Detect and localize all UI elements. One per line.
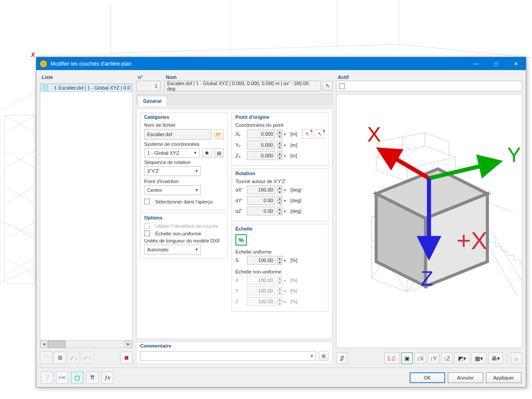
az-step-button[interactable]: ▸ (284, 209, 289, 213)
active-checkbox[interactable] (339, 83, 345, 89)
edit-name-button[interactable]: ✎ (323, 81, 332, 91)
dxf-units-combo[interactable]: Automatic▼ (144, 245, 201, 254)
select-in-preview-checkbox[interactable] (144, 199, 150, 204)
s-spinner[interactable]: ▲▼ (277, 256, 282, 265)
apply-button[interactable]: Appliquer (486, 372, 521, 383)
new-cs-button[interactable]: ✱ (202, 148, 211, 158)
number-field[interactable]: 1 (136, 81, 160, 91)
cancel-button[interactable]: Annuler (448, 372, 483, 383)
grid-icon: ▤ (217, 150, 221, 156)
bg-axis-x-label: X (31, 51, 35, 58)
s-input[interactable]: 100.00 (247, 256, 275, 265)
sx-step: ▸ (284, 278, 289, 282)
color-mode-button[interactable]: ▣ (401, 352, 413, 364)
list-label: Liste (40, 74, 133, 81)
cs-combo[interactable]: 1 - Global XYZ▼ (144, 148, 200, 158)
axis-z-icon: ↕Z (444, 355, 450, 362)
ay-step-button[interactable]: ▸ (284, 198, 289, 203)
layer-color-swatch (43, 85, 48, 90)
new-layer-button[interactable]: 📄 (40, 352, 52, 364)
name-field[interactable]: Escalier.dxf | 1 - Global XYZ | 0.000, 0… (164, 81, 321, 91)
close-button[interactable]: ✕ (506, 58, 526, 70)
group-rotation: Rotation Tourné autour de X'Y'Z' αX' 180… (231, 168, 329, 221)
list-hscroll[interactable]: ◄ ► (40, 340, 132, 348)
list-item[interactable]: 1 Escalier.dxf | 1 - Global XYZ | 0.0 (40, 84, 132, 92)
group-origin: Point d'origine Coordonnées du point X₀ … (231, 112, 329, 166)
chevron-down-icon: ▼ (310, 354, 314, 358)
units-button[interactable]: 0,00 (56, 372, 68, 384)
ok-button[interactable]: OK (410, 372, 445, 383)
z0-spinner[interactable]: ▲▼ (277, 151, 282, 160)
view-x-button[interactable]: ↕X (415, 352, 426, 364)
pick-point-button[interactable]: ↖x (302, 129, 312, 139)
az-spinner[interactable]: ▲▼ (277, 207, 282, 215)
sy-input: 100.00 (247, 286, 275, 295)
scroll-thumb[interactable] (48, 340, 66, 348)
z0-step-button[interactable]: ▸ (284, 153, 289, 158)
preview-toolbar: ⇵ 1·2· ▣ ↕X ↕Y ↕Z ◩▾ ▦▾ 🖶▾ ⌕ (336, 351, 522, 364)
list-body[interactable]: 1 Escalier.dxf | 1 - Global XYZ | 0.0 (40, 84, 132, 340)
scroll-right-icon[interactable]: ► (125, 340, 132, 348)
numbering-button[interactable]: 1·2· (384, 352, 399, 364)
ay-unit: [deg] (290, 198, 301, 203)
tab-general[interactable]: Général (137, 96, 167, 106)
rotation-title: Rotation (235, 171, 325, 176)
s-step-button[interactable]: ▸ (284, 258, 289, 262)
sz-unit: [%] (290, 299, 297, 304)
preview-viewport[interactable]: +X X Y Z (336, 94, 522, 348)
fx-button[interactable]: ƒx (101, 372, 113, 384)
ax-step-button[interactable]: ▸ (284, 188, 289, 192)
rotseq-label: Séquence de rotation (144, 160, 224, 165)
inspt-combo[interactable]: Centre▼ (144, 185, 201, 195)
name-label: Nom (164, 74, 332, 81)
delete-layer-button[interactable]: ✖ (120, 352, 133, 364)
square-icon: ▢ (74, 374, 80, 381)
view-z-button[interactable]: ↕Z (441, 352, 453, 364)
z0-input[interactable]: 0.000 (247, 151, 275, 160)
y0-input[interactable]: 0.000 (247, 141, 275, 149)
members-icon: ⇈ (90, 374, 95, 381)
maximize-button[interactable]: ◻ (486, 58, 506, 70)
filename-label: Nom de fichier (144, 122, 224, 128)
az-input[interactable]: 0.00 (247, 207, 275, 215)
pick-point-alt-button[interactable]: ↖x (315, 129, 325, 139)
comment-combo[interactable]: ▼ (140, 351, 316, 361)
render-button[interactable]: ▦▾ (471, 352, 486, 364)
sz-step: ▸ (284, 299, 289, 304)
sy-unit: [%] (290, 288, 297, 293)
ay-spinner[interactable]: ▲▼ (277, 196, 282, 205)
svg-line-5 (429, 162, 499, 178)
ay-input[interactable]: 0.00 (247, 196, 275, 205)
nonuniform-scale-checkbox[interactable] (144, 231, 150, 236)
y0-spinner[interactable]: ▲▼ (277, 141, 282, 149)
x0-spinner[interactable]: ▲▼ (277, 129, 282, 138)
grid-toggle-button[interactable]: ▢ (71, 372, 83, 384)
y0-step-button[interactable]: ▸ (284, 143, 289, 147)
print-button[interactable]: 🖶▾ (488, 352, 503, 364)
zoom-extents-button[interactable]: ⌕ (511, 352, 522, 364)
uniform-scale-label: Échelle uniforme (235, 249, 325, 254)
browse-file-button[interactable]: 📂 (214, 129, 224, 139)
percent-mode-button[interactable]: % (235, 234, 247, 246)
rotseq-combo[interactable]: X'Y'Z'▼ (144, 166, 201, 176)
filename-field[interactable]: Escalier.dxf (144, 129, 211, 140)
manage-cs-button[interactable]: ▤ (215, 148, 224, 158)
ax-spinner[interactable]: ▲▼ (277, 185, 282, 194)
x0-step-button[interactable]: ▸ (284, 132, 289, 136)
sz-spinner: ▲▼ (277, 297, 282, 306)
help-button[interactable]: ❔ (41, 372, 53, 384)
copy-layer-button[interactable]: ⧉ (54, 352, 66, 364)
view-y-button[interactable]: ↕Y (428, 352, 439, 364)
sy-step: ▸ (284, 289, 289, 293)
ax-input[interactable]: 180.00 (247, 185, 275, 194)
help-icon: ❔ (43, 374, 51, 381)
minimize-button[interactable]: ― (466, 58, 486, 70)
members-button[interactable]: ⇈ (86, 372, 98, 384)
categories-title: Catégories (144, 114, 224, 120)
scroll-left-icon[interactable]: ◄ (40, 340, 48, 348)
comment-lib-button[interactable]: ⧉ (319, 351, 329, 361)
new-icon: 📄 (43, 355, 50, 361)
perspective-button[interactable]: ◩▾ (454, 352, 469, 364)
x0-input[interactable]: 0.000 (247, 129, 275, 138)
transfer-button[interactable]: ⇵ (336, 352, 348, 364)
